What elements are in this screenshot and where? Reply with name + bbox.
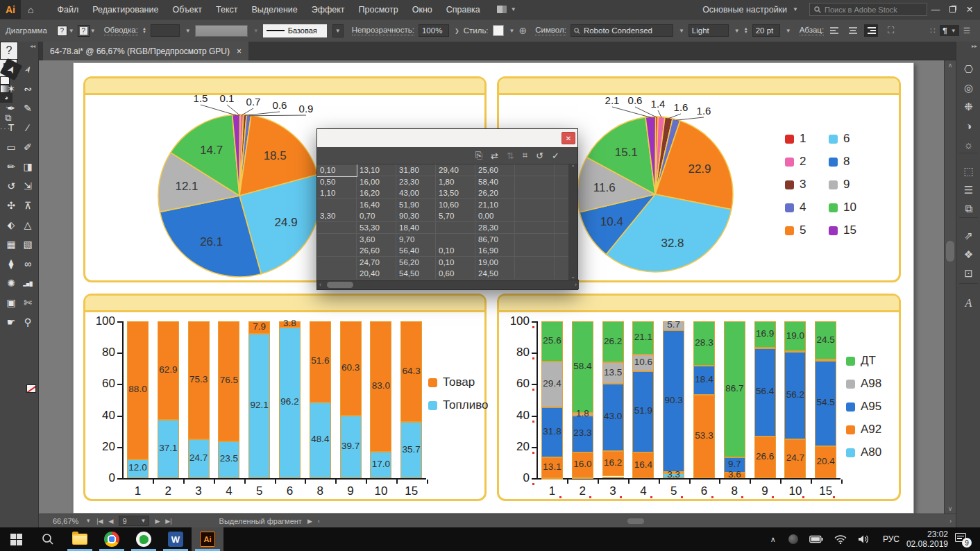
home-icon[interactable]: ⌂: [21, 4, 40, 15]
data-cell[interactable]: 1,10: [317, 187, 357, 199]
creative-cloud-icon[interactable]: ◎: [956, 80, 980, 96]
last-artboard-icon[interactable]: ▶|: [165, 518, 171, 525]
data-cell[interactable]: 0,50: [317, 176, 357, 188]
eraser-tool[interactable]: ◨: [19, 158, 36, 175]
close-button[interactable]: ✕: [961, 4, 979, 15]
data-cell[interactable]: [317, 268, 357, 280]
bar-segment-А98[interactable]: [754, 348, 776, 349]
data-cell[interactable]: 16,20: [357, 187, 396, 199]
export-panel-icon[interactable]: ⇗: [956, 228, 980, 244]
gradient-tool[interactable]: ▧: [19, 236, 36, 253]
data-cell[interactable]: 13,10: [357, 164, 396, 176]
data-cell[interactable]: 0,70: [357, 210, 396, 222]
zoom-tool[interactable]: ⚲: [19, 314, 36, 330]
curvature-tool[interactable]: ✎: [19, 100, 36, 117]
collapse-panel-icon[interactable]: ◂◂: [30, 43, 35, 49]
bar-segment-А80[interactable]: [541, 478, 563, 480]
data-cell[interactable]: [555, 257, 570, 269]
data-cell[interactable]: [515, 222, 555, 234]
data-cell[interactable]: 10,60: [436, 199, 475, 211]
first-artboard-icon[interactable]: |◀: [96, 518, 103, 525]
data-cell[interactable]: [555, 222, 570, 234]
data-cell[interactable]: 58,40: [475, 176, 515, 188]
stock-search-input[interactable]: Поиск в Adobe Stock: [809, 3, 927, 16]
workspace-switcher-icon[interactable]: ▼: [497, 6, 516, 13]
data-cell[interactable]: [317, 257, 357, 269]
revert-icon[interactable]: ↺: [536, 151, 543, 161]
prev-artboard-icon[interactable]: ◀: [109, 518, 114, 525]
data-cell[interactable]: 26,60: [357, 245, 396, 257]
menu-icon[interactable]: ☰: [963, 26, 970, 35]
v-scrollbar[interactable]: ⌃ ⌄: [568, 164, 577, 280]
data-cell[interactable]: 1,80: [436, 176, 475, 188]
pencil-tool[interactable]: ✏: [3, 158, 19, 175]
bar-chart-left[interactable]: 02040608010012.088.0137.162.9224.775.332…: [83, 294, 487, 501]
fill-color-control[interactable]: ? ▼: [57, 26, 74, 36]
mesh-tool[interactable]: ▦: [3, 236, 19, 253]
next-artboard-icon[interactable]: ▶: [155, 518, 160, 525]
data-cell[interactable]: 20,40: [357, 268, 396, 280]
character-styles-panel-icon[interactable]: A: [956, 295, 980, 312]
transpose-icon[interactable]: ⇄: [491, 151, 498, 161]
puppet-warp-tool[interactable]: ⊼: [19, 197, 36, 214]
data-cell[interactable]: 0,10: [317, 164, 357, 176]
width-profile-dropdown[interactable]: [195, 25, 248, 37]
data-cell[interactable]: 31,80: [396, 164, 436, 176]
slice-tool[interactable]: ✄: [19, 294, 36, 311]
data-cell[interactable]: [555, 164, 570, 176]
document-tab[interactable]: 64-78.ai* @ 66,67% (RGB/Предпросмотр GPU…: [43, 42, 248, 60]
window-title-bar[interactable]: ✕: [317, 129, 577, 147]
brush-definition-dropdown[interactable]: Базовая: [263, 24, 327, 37]
rectangle-tool[interactable]: ▭: [3, 139, 19, 155]
bar-chart-right[interactable]: 02040608010013.131.829.425.6116.023.31.8…: [497, 294, 901, 501]
data-grid[interactable]: 0,1013,1031,8029,4025,600,5016,0023,301,…: [317, 164, 570, 280]
data-cell[interactable]: [436, 222, 475, 234]
color-panel-icon[interactable]: ❉: [956, 99, 980, 115]
close-icon[interactable]: ✕: [561, 132, 575, 144]
magic-wand-tool[interactable]: ✶: [3, 80, 19, 97]
data-cell[interactable]: [515, 199, 555, 211]
perspective-grid-tool[interactable]: △: [19, 217, 36, 233]
switch-xy-icon[interactable]: ⇅: [507, 151, 514, 161]
symbol-sprayer-tool[interactable]: ✺: [3, 275, 19, 291]
menu-Текст[interactable]: Текст: [209, 5, 244, 15]
scale-tool[interactable]: ⇲: [19, 178, 36, 194]
menu-Справка[interactable]: Справка: [439, 5, 487, 15]
data-cell[interactable]: 16,00: [357, 176, 396, 188]
apply-icon[interactable]: ✓: [552, 151, 559, 161]
data-cell[interactable]: 18,40: [396, 222, 436, 234]
data-cell[interactable]: [317, 222, 357, 234]
brush-chevron[interactable]: ▼: [332, 24, 344, 37]
data-cell[interactable]: 86,70: [475, 234, 515, 246]
scroll-left-icon[interactable]: ‹: [319, 281, 321, 288]
data-cell[interactable]: 43,00: [396, 187, 436, 199]
hand-tool[interactable]: ☛: [3, 314, 19, 330]
import-data-icon[interactable]: ⎘: [475, 150, 482, 161]
data-cell[interactable]: [515, 268, 555, 280]
paragraph-label[interactable]: Абзац:: [800, 26, 824, 35]
artboards-panel-icon[interactable]: ⊡: [956, 265, 980, 282]
opacity-label[interactable]: Непрозрачность:: [352, 26, 414, 35]
dots-grid-icon[interactable]: ∷: [930, 26, 936, 35]
data-cell[interactable]: 5,70: [436, 210, 475, 222]
stroke-weight-field[interactable]: [151, 24, 180, 37]
h-scroll-right-icon[interactable]: ›: [949, 518, 952, 525]
taskbar-search-button[interactable]: [32, 527, 64, 551]
column-graph-tool[interactable]: ▂▅█: [19, 275, 36, 291]
layers-panel-icon[interactable]: ❖: [956, 246, 980, 263]
menu-Редактирование[interactable]: Редактирование: [85, 5, 165, 15]
bar-segment-А98[interactable]: [815, 359, 836, 361]
font-family-field[interactable]: Roboto Condensed: [571, 24, 673, 37]
data-cell[interactable]: 24,70: [357, 257, 396, 269]
width-tool[interactable]: ✣: [3, 197, 19, 214]
menu-Окно[interactable]: Окно: [405, 5, 439, 15]
data-cell[interactable]: [555, 176, 570, 188]
data-cell[interactable]: [555, 268, 570, 280]
shape-builder-tool[interactable]: ⬖: [3, 217, 19, 233]
data-cell[interactable]: [555, 234, 570, 246]
scroll-up-icon[interactable]: ∧: [945, 62, 956, 69]
cell-style-icon[interactable]: ⌗: [523, 150, 527, 161]
stroke-weight-stepper[interactable]: ▲▼: [142, 27, 146, 34]
scroll-thumb[interactable]: [946, 241, 954, 262]
bar-segment-А80[interactable]: [602, 477, 624, 479]
